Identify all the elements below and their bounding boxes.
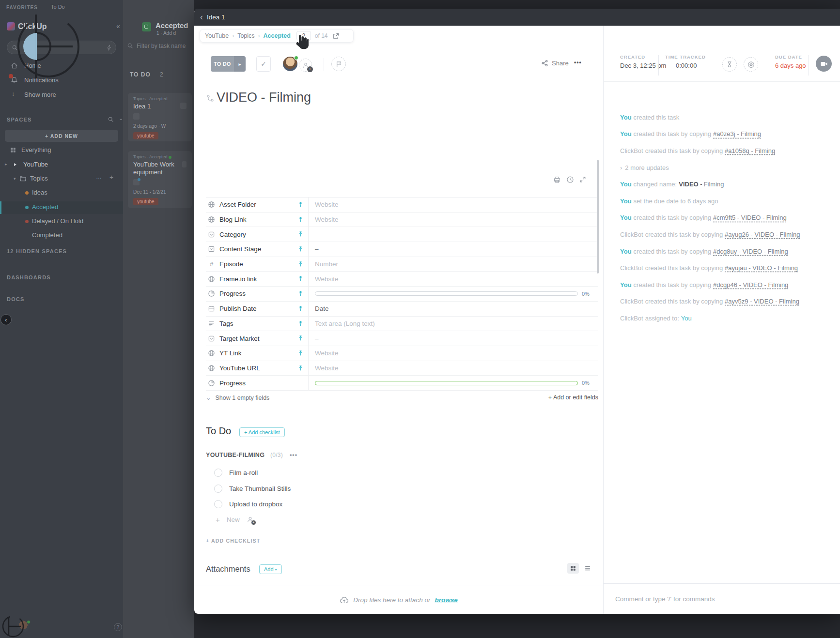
- checklist-checkbox[interactable]: [214, 500, 222, 508]
- topics-more-icon[interactable]: …: [96, 173, 102, 180]
- checklist-checkbox[interactable]: [214, 485, 222, 493]
- pin-icon[interactable]: [297, 335, 304, 341]
- pin-icon[interactable]: [297, 246, 304, 252]
- status-label[interactable]: TO DO: [211, 56, 234, 72]
- field-value[interactable]: Website: [315, 365, 339, 372]
- assign-new-item-button[interactable]: +: [247, 516, 254, 523]
- drop-files-zone[interactable]: Drop files here to attach or browse: [194, 586, 603, 614]
- spaces-search-icon[interactable]: [108, 116, 114, 122]
- card-checkbox[interactable]: [133, 113, 140, 120]
- card-checkbox[interactable]: [133, 179, 140, 185]
- activity-collapse-toggle[interactable]: ›2 more updates: [620, 159, 830, 176]
- history-icon[interactable]: [566, 176, 574, 183]
- task-link[interactable]: #dcg8uy - VIDEO - Filming: [713, 248, 788, 255]
- subtask-icon[interactable]: [206, 94, 214, 102]
- pin-icon[interactable]: [297, 365, 304, 371]
- task-link[interactable]: #ayv5z9 - VIDEO - Filming: [725, 298, 799, 305]
- pin-icon[interactable]: [297, 350, 304, 356]
- checklist-item-label[interactable]: Upload to dropbox: [229, 501, 282, 508]
- task-link[interactable]: #dcgp46 - VIDEO - Filming: [713, 281, 788, 289]
- field-label[interactable]: Tags: [219, 320, 233, 327]
- breadcrumb-youtube[interactable]: YouTube: [205, 32, 229, 39]
- printer-icon[interactable]: [553, 176, 561, 183]
- mark-complete-button[interactable]: ✓: [256, 56, 271, 72]
- add-checklist-button[interactable]: + Add checklist: [239, 427, 285, 437]
- status-button[interactable]: TO DO ▸: [211, 56, 246, 72]
- show-empty-fields-toggle[interactable]: ⌄Show 1 empty fields: [206, 394, 269, 401]
- sidebar-item-completed[interactable]: Completed: [32, 231, 62, 239]
- pin-icon[interactable]: [297, 290, 304, 297]
- collapse-sidebar-icon[interactable]: «: [116, 22, 120, 30]
- task-link[interactable]: #ayujau - VIDEO - Filming: [725, 264, 798, 272]
- card-title[interactable]: YouTube Work equipment: [133, 161, 182, 176]
- pin-icon[interactable]: [297, 275, 304, 282]
- add-assignee-button[interactable]: +: [299, 59, 312, 72]
- task-position-input[interactable]: 2: [296, 31, 311, 41]
- add-edit-fields-button[interactable]: + Add or edit fields: [548, 394, 598, 401]
- sidebar-item-notifications[interactable]: Notifications: [24, 76, 59, 84]
- help-icon[interactable]: ?: [114, 623, 122, 631]
- spaces-collapse-icon[interactable]: ⌄: [119, 115, 123, 122]
- field-value[interactable]: –: [315, 231, 319, 238]
- field-label[interactable]: Frame.io link: [219, 275, 257, 283]
- new-checklist-item[interactable]: + New +: [216, 516, 254, 524]
- share-button[interactable]: Share: [541, 60, 569, 67]
- task-card[interactable]: Topics · Accepted Idea 1 2 days ago · W …: [128, 93, 192, 141]
- field-label[interactable]: Blog Link: [219, 216, 247, 223]
- field-label[interactable]: Category: [219, 231, 246, 238]
- field-label[interactable]: Progress: [219, 290, 246, 297]
- back-icon[interactable]: ‹: [194, 13, 207, 22]
- comment-bar[interactable]: Comment or type '/' for commands: [604, 583, 840, 614]
- hidden-spaces-label[interactable]: 12 HIDDEN SPACES: [7, 248, 67, 254]
- browse-link[interactable]: browse: [435, 596, 457, 604]
- checklist-item-label[interactable]: Take Thumbnail Stills: [229, 485, 291, 492]
- pin-icon[interactable]: [297, 231, 304, 237]
- field-label[interactable]: Episode: [219, 260, 243, 268]
- field-label[interactable]: Publish Date: [219, 305, 257, 312]
- filter-input[interactable]: Filter by task name: [137, 43, 186, 49]
- dashboards-header[interactable]: DASHBOARDS: [7, 274, 51, 280]
- checklist-item-label[interactable]: Film a-roll: [229, 469, 258, 476]
- estimate-button[interactable]: [722, 57, 737, 72]
- checklist-group-title[interactable]: YOUTUBE-FILMING (0/3) •••: [206, 452, 297, 458]
- field-value[interactable]: Website: [315, 216, 339, 223]
- sidebar-item-everything[interactable]: Everything: [21, 146, 51, 153]
- breadcrumb-accepted[interactable]: Accepted: [264, 32, 291, 39]
- add-new-space-button[interactable]: + ADD NEW: [5, 130, 118, 142]
- field-label[interactable]: Progress: [219, 380, 246, 387]
- field-value[interactable]: –: [315, 245, 319, 253]
- sidebar-item-topics[interactable]: Topics: [30, 175, 48, 182]
- checklist-checkbox[interactable]: [214, 469, 222, 477]
- task-card[interactable]: Topics · Accepted YouTube Work equipment…: [128, 151, 192, 208]
- list-view-button[interactable]: [582, 563, 593, 574]
- field-value[interactable]: –: [315, 335, 319, 342]
- sidebar-item-show-more[interactable]: Show more: [24, 91, 56, 98]
- record-clip-button[interactable]: [816, 56, 832, 72]
- pin-icon[interactable]: [297, 320, 304, 327]
- field-label[interactable]: YouTube URL: [219, 365, 260, 372]
- due-date-value[interactable]: 6 days ago: [775, 62, 806, 69]
- export-icon[interactable]: [332, 32, 340, 40]
- sidebar-item-youtube[interactable]: YouTube: [23, 161, 48, 168]
- card-tag[interactable]: youtube: [133, 132, 158, 139]
- sidebar-item-accepted[interactable]: Accepted: [32, 203, 58, 211]
- user-ref[interactable]: You: [681, 315, 692, 322]
- field-value[interactable]: Website: [315, 201, 339, 208]
- bolt-icon[interactable]: [106, 45, 112, 51]
- sidebar-search-input[interactable]: [7, 41, 116, 54]
- list-subtitle[interactable]: 1 · Add d: [156, 30, 176, 36]
- comment-input[interactable]: Comment or type '/' for commands: [604, 595, 715, 603]
- pin-icon[interactable]: [297, 201, 304, 208]
- chevron-right-icon[interactable]: ▸: [5, 162, 7, 167]
- breadcrumb-topics[interactable]: Topics: [237, 32, 254, 39]
- attachments-add-button[interactable]: Add▾: [259, 564, 282, 574]
- field-label[interactable]: Asset Folder: [219, 201, 256, 208]
- floating-back-button[interactable]: ‹: [0, 314, 12, 325]
- scrollbar[interactable]: [597, 160, 599, 273]
- task-title[interactable]: VIDEO - Filming: [217, 90, 311, 105]
- task-link[interactable]: #ayug26 - VIDEO - Filming: [725, 231, 800, 238]
- add-checklist-footer-button[interactable]: + ADD CHECKLIST: [206, 538, 260, 544]
- field-value[interactable]: Website: [315, 275, 339, 283]
- field-label[interactable]: Content Stage: [219, 245, 261, 253]
- status-next-icon[interactable]: ▸: [234, 56, 246, 72]
